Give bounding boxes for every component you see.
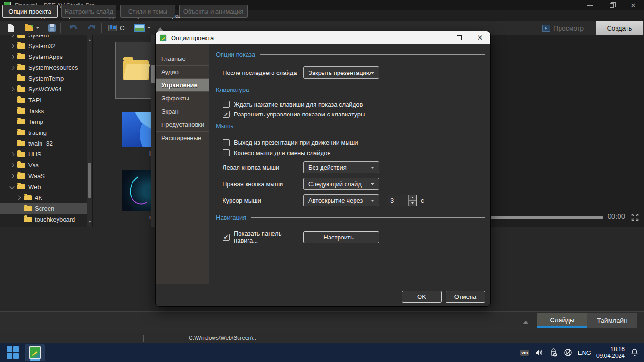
tree-item-systemtemp[interactable]: SystemTemp	[0, 73, 87, 84]
expand-icon[interactable]	[9, 65, 15, 71]
tree-item-system32[interactable]: System32	[0, 41, 87, 51]
parent-folder-tile[interactable]	[115, 42, 156, 99]
scrollbar-thumb[interactable]	[151, 65, 155, 83]
drive-selector[interactable]: C:	[108, 25, 126, 32]
expand-icon[interactable]	[16, 195, 22, 201]
tab-slides[interactable]: Слайды	[537, 313, 587, 328]
tab-control[interactable]: Управление	[156, 78, 209, 91]
tree-item-uus[interactable]: UUS	[0, 149, 87, 160]
dialog-close-icon[interactable]: ✕	[470, 31, 490, 44]
open-project-button[interactable]	[25, 25, 40, 31]
tree-item-screen[interactable]: Screen	[0, 203, 87, 214]
right-button-dropdown[interactable]: Следующий слайд	[303, 178, 379, 190]
folder-icon	[17, 76, 25, 81]
configure-navbar-button[interactable]: Настроить...	[303, 231, 379, 243]
tab-effects[interactable]: Эффекты	[156, 91, 209, 105]
expand-icon[interactable]	[9, 43, 15, 49]
create-button[interactable]: Создать	[596, 21, 643, 35]
tree-item-4k[interactable]: 4K	[0, 192, 87, 203]
scroll-down-icon[interactable]	[88, 221, 91, 224]
tree-item-vss[interactable]: Vss	[0, 160, 87, 171]
left-button-row: Левая кнопка мыши Без действия	[223, 161, 379, 173]
start-button[interactable]	[7, 346, 19, 359]
ok-button[interactable]: OK	[402, 291, 442, 303]
close-icon[interactable]: ✕	[622, 0, 644, 10]
show-navbar-checkbox[interactable]	[223, 234, 230, 241]
cancel-button[interactable]: Отмена	[446, 291, 485, 303]
tree-item-twain32[interactable]: twain_32	[0, 138, 87, 149]
folder-icon	[17, 173, 25, 179]
preview-button[interactable]: Просмотр	[542, 21, 584, 35]
tab-presets[interactable]: Предустановки	[156, 118, 209, 131]
exit-on-move-checkbox[interactable]	[223, 139, 230, 146]
expand-icon[interactable]	[9, 152, 15, 157]
minimize-icon[interactable]	[579, 0, 601, 10]
tab-advanced[interactable]: Расширенные	[156, 131, 209, 144]
save-icon[interactable]	[48, 24, 56, 32]
left-button-dropdown[interactable]: Без действия	[303, 161, 379, 173]
expand-icon[interactable]	[9, 35, 15, 38]
stepper-down-icon[interactable]	[409, 201, 416, 206]
scroll-up-icon[interactable]	[88, 38, 91, 41]
expand-icon[interactable]	[9, 87, 15, 92]
tab-audio[interactable]: Аудио	[156, 65, 209, 78]
volume-icon[interactable]	[534, 348, 544, 357]
tree-item-systemapps[interactable]: SystemApps	[0, 51, 87, 62]
clock-time: 18:16	[596, 346, 625, 353]
collapse-panel-icon[interactable]	[157, 25, 163, 31]
language-indicator[interactable]: ENG	[578, 349, 591, 356]
tree-item-touchkeyboard[interactable]: touchkeyboard	[0, 214, 87, 225]
fullscreen-icon[interactable]	[631, 213, 639, 222]
tab-main[interactable]: Главные	[156, 52, 209, 65]
after-last-slide-dropdown[interactable]: Закрыть презентацию	[303, 66, 379, 79]
open-dropdown-icon[interactable]	[36, 27, 40, 31]
tree-item-temp[interactable]: Temp	[0, 116, 87, 127]
tree-item-tapi[interactable]: TAPI	[0, 95, 87, 106]
folder-icon	[17, 87, 25, 92]
tree-item-tracing[interactable]: tracing	[0, 127, 87, 138]
tree-item-systemresources[interactable]: SystemResources	[0, 62, 87, 73]
cursor-dropdown[interactable]: Автоскрытие через	[303, 194, 379, 206]
expand-icon[interactable]	[9, 163, 15, 168]
tree-scrollbar[interactable]	[87, 35, 92, 227]
thumbnails-scrollbar[interactable]	[151, 35, 156, 227]
restore-icon[interactable]	[601, 0, 622, 10]
wait-key-checkbox[interactable]	[223, 101, 230, 108]
stepper-up-icon[interactable]	[409, 195, 416, 201]
objects-animation-button[interactable]: Объекты и анимация	[179, 5, 248, 18]
active-app-indicator	[30, 359, 40, 361]
wheel-slides-checkbox[interactable]	[223, 149, 230, 156]
taskbar-app-pte[interactable]	[25, 344, 45, 361]
new-project-icon[interactable]	[8, 24, 14, 32]
undo-icon[interactable]	[68, 23, 79, 33]
scrollbar-thumb[interactable]	[88, 163, 91, 198]
expand-icon[interactable]	[9, 54, 15, 60]
tree-item-system[interactable]: System	[0, 35, 87, 41]
collapse-icon[interactable]	[9, 184, 15, 190]
styles-themes-button[interactable]: Стили и темы	[120, 5, 175, 18]
allow-keyboard-checkbox[interactable]	[223, 111, 230, 118]
dialog-maximize-icon[interactable]	[449, 31, 470, 44]
tree-item-waas[interactable]: WaaS	[0, 171, 87, 181]
project-options-dialog: Опции проекта ✕ Главные Аудио Управление…	[156, 31, 490, 306]
tab-timeline[interactable]: Таймлайн	[587, 313, 637, 328]
open-folder-icon[interactable]	[25, 25, 33, 31]
project-options-button[interactable]: Опции проекта	[2, 5, 58, 18]
tree-item-tasks[interactable]: Tasks	[0, 106, 87, 116]
notifications-bell-icon[interactable]	[630, 348, 639, 357]
no-internet-icon[interactable]	[563, 348, 573, 357]
tree-item-web[interactable]: Web	[0, 181, 87, 192]
configure-slide-button[interactable]: Настроить слайд	[61, 5, 116, 18]
tree-item-syswow64[interactable]: SysWOW64	[0, 84, 87, 95]
dialog-minimize-icon[interactable]	[428, 31, 449, 44]
redo-icon[interactable]	[86, 23, 97, 33]
navbar-row: Показать панель навига... Настроить...	[223, 230, 379, 244]
expand-panel-icon[interactable]	[523, 318, 528, 324]
vm-tray-icon[interactable]: vm	[520, 350, 529, 356]
tab-screen[interactable]: Экран	[156, 105, 209, 118]
taskbar-clock[interactable]: 18:16 09.04.2024	[596, 346, 625, 359]
expand-icon[interactable]	[9, 173, 15, 179]
view-mode-selector[interactable]	[134, 24, 151, 32]
cursor-seconds-stepper[interactable]: 3	[387, 195, 417, 206]
security-icon[interactable]	[549, 348, 558, 357]
